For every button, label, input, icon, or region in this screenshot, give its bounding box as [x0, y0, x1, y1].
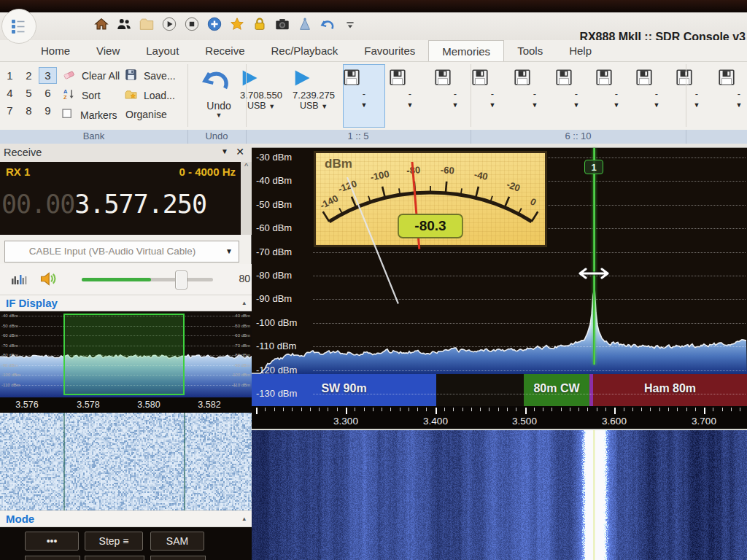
add-icon[interactable]: [206, 16, 222, 32]
save-memory-icon[interactable]: [595, 68, 638, 87]
memory-slot[interactable]: 7.239.275USB ▼: [292, 68, 336, 111]
record-stop-icon[interactable]: [184, 16, 200, 32]
load-button[interactable]: Load...: [124, 88, 175, 104]
main-waterfall[interactable]: [252, 430, 747, 560]
screen: RX888 MkII :: SDR Console v3 HomeViewLay…: [0, 0, 747, 560]
mode-button-step[interactable]: Step ≡: [85, 532, 143, 551]
sort-button[interactable]: AZSort: [62, 88, 101, 104]
memory-slot[interactable]: -▼: [675, 68, 719, 109]
frequency-leading-zeros[interactable]: 00.00: [1, 190, 74, 219]
play-memory-icon[interactable]: [292, 68, 336, 88]
bank-button-4[interactable]: 4: [1, 85, 19, 101]
memory-mode[interactable]: ▼: [388, 99, 432, 109]
tuning-marker[interactable]: [593, 148, 595, 365]
tab-favourites[interactable]: Favourites: [351, 40, 428, 61]
memory-slot[interactable]: -▼: [595, 68, 638, 109]
memory-mode[interactable]: ▼: [471, 99, 514, 109]
tuning-marker-badge[interactable]: 1: [584, 160, 603, 174]
save-memory-icon[interactable]: [471, 68, 514, 87]
camera-icon[interactable]: [274, 16, 290, 32]
close-icon[interactable]: ✕: [236, 146, 244, 158]
undo-dropdown-icon[interactable]: ▼: [196, 112, 242, 119]
bank-button-3[interactable]: 3: [39, 67, 57, 84]
collapse-icon[interactable]: ▴: [242, 515, 246, 522]
bank-button-6[interactable]: 6: [39, 85, 57, 101]
play-icon[interactable]: [161, 16, 177, 32]
memory-mode[interactable]: ▼: [342, 99, 386, 109]
mode-button-sam[interactable]: SAM: [150, 532, 204, 551]
users-icon[interactable]: [116, 16, 132, 32]
customize-icon[interactable]: [342, 16, 358, 32]
mode-button-partial[interactable]: [85, 556, 144, 560]
freq-tick: [605, 408, 606, 411]
bank-button-9[interactable]: 9: [39, 102, 57, 119]
if-spectrum[interactable]: -40 dBm-40 dBm-50 dBm-50 dBm-60 dBm-60 d…: [0, 311, 252, 397]
speaker-icon[interactable]: [38, 268, 58, 287]
undo-button[interactable]: [200, 66, 232, 98]
memory-mode[interactable]: ▼: [513, 99, 557, 109]
freq-tick: [400, 408, 400, 411]
save-memory-icon[interactable]: [342, 68, 386, 87]
memory-mode[interactable]: USB ▼: [292, 101, 336, 111]
save-memory-icon[interactable]: [635, 68, 678, 87]
save-memory-icon[interactable]: [513, 68, 557, 87]
folder-icon[interactable]: [139, 16, 155, 32]
save-memory-icon[interactable]: [675, 68, 719, 87]
memory-slot[interactable]: -▼: [554, 68, 598, 109]
antenna-icon[interactable]: [297, 16, 313, 32]
panel-scrollbar[interactable]: ^: [241, 162, 252, 235]
frequency-axis[interactable]: 3.3003.4003.5003.6003.700: [252, 406, 747, 429]
audio-device-select[interactable]: CABLE Input (VB-Audio Virtual Cable) ▼: [4, 241, 239, 262]
tab-rec-playback[interactable]: Rec/Playback: [258, 40, 352, 61]
memory-mode[interactable]: ▼: [595, 99, 638, 109]
memory-mode[interactable]: ▼: [554, 99, 598, 109]
clear-all-button[interactable]: Clear All: [62, 68, 120, 84]
tab-help[interactable]: Help: [556, 40, 605, 61]
collapse-icon[interactable]: ▴: [242, 299, 246, 306]
memory-slot[interactable]: -▼: [513, 68, 557, 109]
lock-icon[interactable]: [252, 16, 268, 32]
bank-button-8[interactable]: 8: [20, 102, 38, 119]
markers-checkbox[interactable]: Markers: [61, 107, 117, 123]
tab-receive[interactable]: Receive: [192, 40, 258, 61]
undo-label[interactable]: Undo: [196, 100, 242, 112]
memory-mode[interactable]: ▼: [717, 99, 747, 109]
mode-button-partial[interactable]: [25, 556, 80, 560]
bank-button-7[interactable]: 7: [1, 102, 19, 119]
app-menu-button[interactable]: [1, 9, 36, 44]
tab-tools[interactable]: Tools: [504, 40, 556, 61]
tab-view[interactable]: View: [83, 40, 133, 61]
mode-button-partial[interactable]: [150, 556, 206, 560]
frequency-display[interactable]: RX 1 0 - 4000 Hz 00.003.577.250 ^: [0, 162, 252, 235]
memory-slot[interactable]: -▼: [717, 68, 747, 109]
bank-button-1[interactable]: 1: [1, 67, 19, 84]
save-memory-icon[interactable]: [717, 68, 747, 87]
frequency-value[interactable]: 3.577.250: [74, 190, 206, 219]
panel-menu-icon[interactable]: ▼: [221, 147, 228, 155]
bandwidth-drag-handle[interactable]: [578, 268, 610, 279]
tab-memories[interactable]: Memories: [428, 40, 504, 61]
tab-layout[interactable]: Layout: [133, 40, 192, 61]
memory-slot[interactable]: -▼: [471, 68, 514, 109]
freq-tick: [292, 408, 293, 411]
memory-mode[interactable]: ▼: [635, 99, 678, 109]
passband-selection[interactable]: [63, 314, 185, 395]
save-memory-icon[interactable]: [554, 68, 598, 87]
save-memory-icon[interactable]: [388, 68, 432, 87]
bank-button-2[interactable]: 2: [20, 67, 38, 84]
memory-mode[interactable]: ▼: [675, 99, 719, 109]
tab-home[interactable]: Home: [28, 40, 83, 61]
bank-button-5[interactable]: 5: [20, 85, 38, 101]
volume-slider-handle[interactable]: [175, 271, 187, 289]
memory-slot[interactable]: -▼: [342, 68, 386, 109]
home-icon[interactable]: [93, 16, 109, 32]
if-waterfall[interactable]: [0, 413, 252, 510]
favourite-icon[interactable]: [229, 16, 245, 32]
undo-icon[interactable]: [320, 16, 336, 32]
frequency-digits[interactable]: 00.003.577.250: [1, 190, 206, 219]
memory-slot[interactable]: -▼: [635, 68, 678, 109]
organise-button[interactable]: Organise: [125, 109, 167, 120]
save-button[interactable]: Save...: [124, 68, 176, 84]
mode-button-more[interactable]: •••: [25, 532, 79, 551]
memory-slot[interactable]: -▼: [388, 68, 432, 109]
